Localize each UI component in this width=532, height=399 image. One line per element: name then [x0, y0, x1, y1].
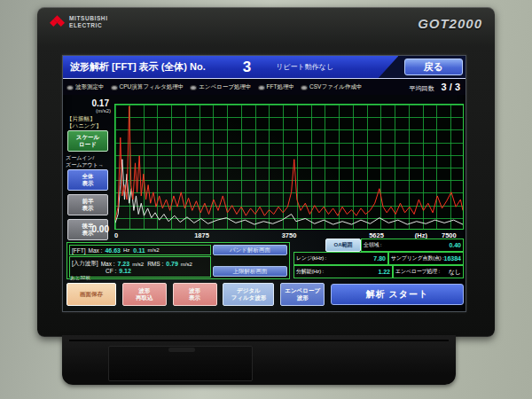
- window-function-label: 【ハニング】: [66, 122, 102, 130]
- repeat-mode-label: リピート動作なし: [276, 62, 333, 72]
- oa-range-badge[interactable]: OA範囲: [325, 239, 361, 252]
- lamp-icon: [301, 85, 308, 90]
- parameters-panel: OA範囲 全領域 : 0.40 レンジ(kHz) : 7.80 サンプリング点数…: [293, 239, 464, 279]
- fft-prefix: [FFT]: [72, 247, 86, 254]
- resolution-value: 1.22: [378, 269, 390, 275]
- fft-traces: [115, 105, 463, 229]
- model-name: GOT2000: [418, 16, 482, 31]
- oa-value-cell: 全領域 : 0.40: [361, 239, 464, 252]
- y-axis-unit: (m/s2): [96, 108, 111, 113]
- resolution-cell: 分解能(Hz) : 1.22: [293, 265, 393, 278]
- y-axis-min: 0.00: [92, 224, 109, 234]
- status-envelope: エンベロープ処理中: [190, 83, 251, 91]
- lamp-icon: [258, 85, 265, 90]
- waveform-reacquire-button[interactable]: 波形 再取込: [122, 283, 167, 306]
- mitsubishi-diamond-icon: [50, 14, 65, 30]
- range-cell: レンジ(kHz) : 7.80: [293, 252, 388, 265]
- device-groove: [69, 340, 449, 341]
- scale-load-button[interactable]: スケール ロード: [67, 130, 108, 152]
- touch-screen: 波形解析 [FFT] 表示 (全体) No. 3 リピート動作なし 戻る 波形測…: [62, 55, 466, 312]
- input-prefix: [入力波形]: [72, 260, 98, 268]
- title-bar: 波形解析 [FFT] 表示 (全体) No. 3 リピート動作なし 戻る: [63, 56, 466, 79]
- analysis-start-button[interactable]: 解析 スタート: [331, 284, 464, 305]
- footer-button-row: 画面保存 波形 再取込 波形 表示 デジタル フィルタ波形 エンベロープ 波形 …: [66, 281, 464, 308]
- waveform-display-button[interactable]: 波形 表示: [173, 283, 217, 306]
- brand-logo: MITSUBISHI ELECTRIC: [50, 14, 108, 30]
- fft-chart: [114, 104, 464, 230]
- fft-result-row: [FFT] Max : 46.63 Hz 0.11 m/s2: [69, 245, 211, 255]
- input-max: 7.23: [118, 261, 130, 267]
- oa-value: 0.40: [449, 242, 461, 248]
- envelope-waveform-button[interactable]: エンベロープ 波形: [280, 283, 325, 306]
- waveform-number: 3: [243, 59, 251, 76]
- lamp-icon: [190, 85, 197, 90]
- upper-limit-analysis-button[interactable]: 上限解析画面: [213, 266, 287, 277]
- envelope-value: なし: [449, 268, 461, 277]
- status-csv: CSVファイル作成中: [301, 83, 362, 91]
- status-bar: 波形測定中 CPU演算フィルタ処理中 エンベロープ処理中 FFT処理中 CSVフ…: [63, 80, 466, 95]
- view-first-half-button[interactable]: 前半 表示: [67, 194, 108, 215]
- fft-peak-amplitude: 0.11: [133, 247, 145, 254]
- input-crest-factor: 9.12: [119, 268, 131, 274]
- envelope-cell: エンベロープ処理 : なし: [393, 265, 464, 278]
- sampling-points-value: 16384: [444, 255, 461, 262]
- x-tick: 1875: [194, 231, 209, 239]
- x-tick: 0: [114, 231, 118, 239]
- status-fft: FFT処理中: [258, 83, 294, 91]
- fft-peak-frequency: 46.63: [105, 247, 121, 254]
- y-axis-max: 0.17: [92, 98, 109, 108]
- average-count: 平均回数 3 / 3: [410, 82, 464, 93]
- brand-line1: MITSUBISHI: [69, 15, 108, 22]
- back-button[interactable]: 戻る: [404, 59, 463, 75]
- page-title: 波形解析 [FFT] 表示 (全体) No.: [70, 60, 206, 74]
- digital-filter-waveform-button[interactable]: デジタル フィルタ波形: [223, 283, 274, 306]
- lamp-icon: [66, 85, 74, 90]
- band-analysis-button[interactable]: バンド解析画面: [213, 245, 287, 255]
- status-measuring: 波形測定中: [66, 83, 105, 91]
- lamp-icon: [111, 85, 118, 90]
- connector-handle: [168, 348, 195, 352]
- title-bar-blue-band: 波形解析 [FFT] 表示 (全体) No. 3 リピート動作なし: [63, 56, 398, 78]
- brand-line2: ELECTRIC: [69, 22, 108, 29]
- results-panel: [FFT] Max : 46.63 Hz 0.11 m/s2 バンド解析画面 […: [66, 242, 290, 279]
- sampling-points-cell: サンプリング点数(点) : 16384: [388, 252, 464, 265]
- view-whole-button[interactable]: 全体 表示: [67, 169, 108, 191]
- input-rms: 0.79: [166, 261, 178, 267]
- input-waveform-rows: [入力波形] Max : 7.23 m/s2 RMS : 0.79 m/s2 C…: [69, 256, 211, 278]
- screen-save-button[interactable]: 画面保存: [66, 283, 116, 306]
- status-cpu-filter: CPU演算フィルタ処理中: [111, 83, 184, 91]
- range-value: 7.80: [373, 255, 386, 262]
- zoom-hint-label: ズームイン/ ズームアウト→: [66, 155, 104, 169]
- hardcopy-remaining-note: あと32枚: [70, 275, 90, 281]
